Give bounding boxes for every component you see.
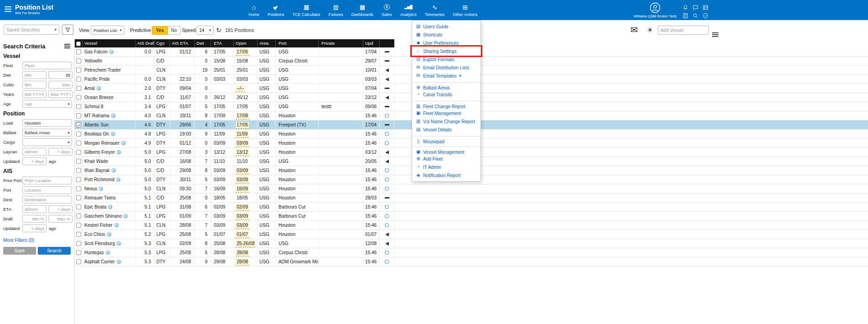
row-checkbox[interactable] (76, 195, 81, 200)
menu-item[interactable]: Fleet Change Report (412, 101, 480, 109)
nav-home[interactable]: Home (244, 0, 264, 20)
updated-days-input[interactable] (22, 157, 46, 165)
menu-item[interactable]: Vsl Name Change Report (412, 117, 480, 125)
age-select[interactable]: Age (22, 100, 72, 108)
nav-positions[interactable]: Positions (264, 0, 289, 20)
menu-item[interactable]: User Preferences (412, 39, 480, 47)
menu-item[interactable]: Email Distribution Lists (412, 63, 480, 72)
add-vessel-input[interactable] (658, 26, 709, 35)
table-row[interactable]: Asphalt Carrier 5.3 DTY 24/08 9 29/08 28… (75, 257, 868, 267)
col-upd[interactable]: Upd (363, 39, 380, 47)
ais-updated-days-input[interactable] (22, 225, 46, 232)
menu-item[interactable]: IT Admin (412, 163, 480, 171)
col-area[interactable]: Area (258, 39, 276, 47)
menu-item[interactable]: Shortcuts (412, 31, 480, 39)
nav-tce-calculator[interactable]: TCE Calculator (289, 0, 325, 20)
predictive-yes-button[interactable]: Yes (152, 26, 168, 35)
cubic-max-input[interactable] (48, 81, 72, 89)
col-port[interactable]: Port (276, 39, 319, 47)
menu-item[interactable]: Sharing Settings (412, 47, 480, 55)
view-select[interactable]: Position List (91, 26, 124, 35)
draft-max-input[interactable] (48, 215, 72, 223)
ais-eta-date-input[interactable] (22, 205, 46, 213)
refresh-icon[interactable] (216, 26, 222, 34)
cargo-select[interactable] (22, 138, 72, 146)
row-checkbox[interactable] (76, 68, 81, 73)
nav-sales[interactable]: Sales (377, 0, 396, 20)
row-checkbox[interactable] (76, 214, 81, 219)
row-checkbox[interactable] (76, 232, 81, 237)
row-checkbox[interactable] (76, 177, 81, 182)
nav-dashboards[interactable]: Dashboards (347, 0, 378, 20)
row-checkbox[interactable] (76, 104, 81, 109)
table-row[interactable]: Eco Chios 5.2 LPG 25/08 5 01/07 01/07 US… (75, 230, 868, 239)
dwt-max-input[interactable] (48, 71, 72, 79)
chat-icon[interactable] (690, 3, 700, 11)
col-eta[interactable]: ETA (211, 39, 234, 47)
menu-item[interactable]: Export Formats (412, 55, 480, 63)
row-checkbox[interactable] (76, 186, 81, 191)
row-checkbox[interactable] (76, 241, 81, 246)
row-checkbox[interactable] (76, 223, 81, 228)
predictive-no-button[interactable]: No (168, 26, 181, 35)
col-vessel[interactable]: Vessel (83, 39, 135, 47)
menu-item[interactable]: Add Fleet (412, 155, 480, 163)
load-input[interactable] (22, 119, 72, 127)
row-checkbox[interactable] (76, 113, 81, 118)
draft-min-input[interactable] (22, 215, 46, 223)
search-icon[interactable] (690, 11, 700, 20)
fleet-input[interactable] (22, 62, 72, 69)
row-checkbox[interactable] (76, 122, 81, 127)
row-checkbox[interactable] (76, 204, 81, 209)
saved-searches-select[interactable]: Saved Searches (4, 25, 59, 35)
save-button[interactable]: Save (3, 247, 36, 255)
col-private[interactable]: Private (319, 39, 363, 47)
calculator-grid-icon[interactable] (680, 11, 690, 20)
row-checkbox[interactable] (76, 49, 81, 54)
user-badge-icon[interactable] (700, 3, 710, 11)
laycan-days-input[interactable] (48, 148, 72, 156)
nav-fixtures[interactable]: Fixtures (325, 0, 347, 20)
user-avatar[interactable] (650, 2, 661, 15)
row-checkbox[interactable] (76, 95, 81, 100)
nav-analytics[interactable]: Analytics (396, 0, 421, 20)
menu-item[interactable]: Canal Transits (412, 90, 480, 99)
sidebar-menu-icon[interactable] (64, 42, 70, 50)
col-ais-eta[interactable]: AIS ETA (170, 39, 195, 47)
select-all-checkbox[interactable] (76, 42, 81, 46)
filter-button[interactable] (62, 25, 73, 35)
menu-item[interactable]: Email Templates (412, 72, 480, 80)
ais-eta-days-input[interactable] (48, 205, 72, 213)
ballast-select[interactable]: Ballast Areas (22, 129, 72, 136)
table-row[interactable]: Huntegas 5.3 LPG 25/08 5 28/08 28/08 USG… (75, 248, 868, 257)
ais-port-input[interactable] (22, 186, 72, 194)
col-cgo[interactable]: Cgo (155, 39, 170, 47)
nav-other-actions[interactable]: Other Actions (449, 0, 481, 20)
menu-item[interactable]: Mousepad (412, 136, 480, 144)
table-row[interactable]: Scot Flensburg 5.3 CLN 02/09 8 25/08 25-… (75, 239, 868, 248)
menu-item[interactable]: Notification Report (412, 171, 480, 179)
menu-item[interactable]: Vessel Management (412, 146, 480, 155)
table-row[interactable]: Gaschem Shinano 5.1 LPG 01/09 7 03/09 03… (75, 212, 868, 221)
more-filters-link[interactable]: More Filters (0) (3, 238, 34, 243)
menu-item[interactable]: Vessel Details (412, 125, 480, 134)
nav-timeseries[interactable]: Timeseries (421, 0, 449, 20)
row-checkbox[interactable] (76, 250, 81, 255)
table-row[interactable]: Reinauer Twins 5.1 C/D 25/08 0 18/05 18/… (75, 193, 868, 203)
col-ais-draft[interactable]: AIS Draft (135, 39, 155, 47)
brightness-icon[interactable] (647, 26, 653, 34)
laycan-date-input[interactable] (22, 148, 46, 156)
verified-check-icon[interactable] (700, 11, 710, 20)
email-envelope-icon[interactable] (630, 25, 638, 35)
menu-item[interactable]: Users Guide (412, 22, 480, 31)
cubic-min-input[interactable] (22, 81, 46, 89)
prior-port-input[interactable] (22, 177, 72, 184)
row-checkbox[interactable] (76, 159, 81, 164)
search-button[interactable]: Search (38, 247, 71, 255)
dest-input[interactable] (22, 196, 72, 204)
years-min-input[interactable] (22, 90, 46, 98)
row-checkbox[interactable] (76, 168, 81, 173)
years-max-input[interactable] (48, 90, 72, 98)
row-checkbox[interactable] (76, 141, 81, 146)
notifications-bell-icon[interactable] (680, 3, 690, 11)
